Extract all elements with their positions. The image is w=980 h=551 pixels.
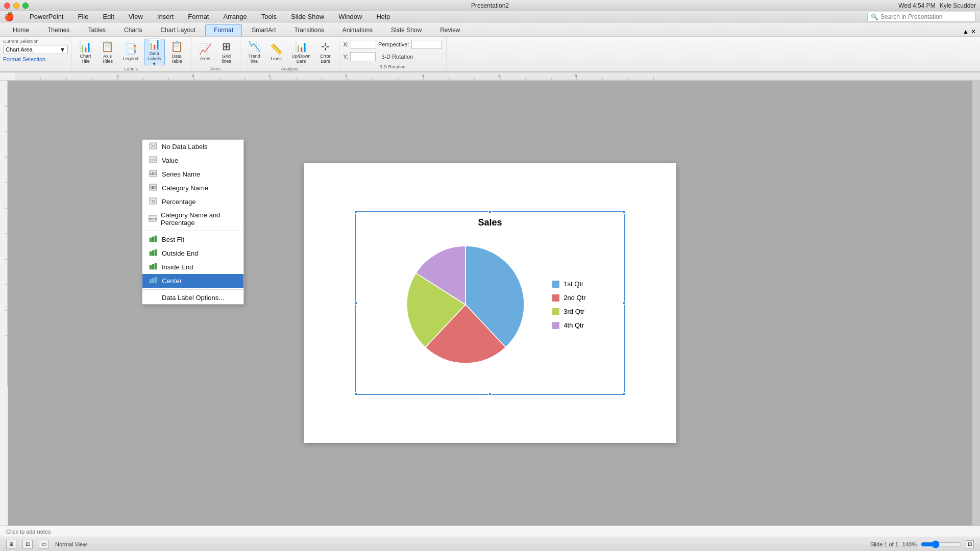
menu-format[interactable]: Format [185,12,212,21]
zoom-fit-button[interactable]: ⊡ [966,540,974,548]
trendline-icon: 📉 [248,40,261,53]
lines-label: Lines [271,56,282,61]
tab-transitions[interactable]: Transitions [285,24,332,36]
legend-color-2 [552,294,559,302]
tab-smartart[interactable]: SmartArt [243,24,284,36]
error-bars-icon: ⊹ [321,40,330,53]
handle-tl[interactable] [354,211,357,214]
slide-info-label: Slide 1 of 1 [870,541,898,547]
tab-chart-layout[interactable]: Chart Layout [152,24,204,36]
format-selection-button[interactable]: Format Selection [3,56,68,62]
legend-button[interactable]: 📑 Legend [119,39,142,65]
handle-ml[interactable] [354,302,357,305]
tab-home[interactable]: Home [4,24,38,36]
maximize-button[interactable] [22,3,29,9]
updown-bars-button[interactable]: 📊 Up/DownBars [288,39,314,65]
3d-rotation-label: 3-D Rotation [381,54,413,60]
menu-edit[interactable]: Edit [100,12,117,21]
slide[interactable]: Sales [304,163,676,443]
dropdown-percentage[interactable]: % Percentage [142,195,243,209]
legend-item-3: 3rd Qtr [552,308,585,315]
axes-section: 📈 Axes ⊞ Gridlines Axes [191,37,240,71]
legend-label-1: 1st Qtr [564,280,583,288]
slide-sorter-button[interactable]: ⊡ [22,540,33,549]
search-box[interactable]: 🔍 [867,12,976,22]
data-table-button[interactable]: 📋 DataTable [167,39,187,65]
tab-charts[interactable]: Charts [115,24,151,36]
axes-label: Axes [200,56,210,61]
perspective-input[interactable] [411,40,442,49]
handle-tc[interactable] [488,211,492,214]
status-bar: ⊞ ⊡ ▭ Normal View Slide 1 of 1 140% ⊡ [0,537,980,551]
dropdown-no-data-labels[interactable]: No Data Labels [142,140,243,154]
trendline-button[interactable]: 📉 Trendline [244,39,264,65]
menu-help[interactable]: Help [373,12,393,21]
axes-button[interactable]: 📈 Axes [195,39,215,65]
handle-br[interactable] [623,392,626,395]
dropdown-inside-end[interactable]: Inside End [142,260,243,274]
chart-legend: 1st Qtr 2nd Qtr 3rd Qtr 4th Qtr [552,280,585,329]
ribbon-expand-icon[interactable]: ✕ [971,28,976,35]
dropdown-outside-end[interactable]: Outside End [142,246,243,260]
dropdown-category-and-percentage[interactable]: ABC% Category Name and Percentage [142,209,243,229]
chart-title-button[interactable]: 📊 ChartTitle [76,39,95,65]
search-input[interactable] [880,13,972,20]
dropdown-value[interactable]: 123 Value [142,154,243,167]
axis-titles-button[interactable]: 📋 AxisTitles [97,39,117,65]
menu-file[interactable]: File [75,12,91,21]
gridlines-label: Gridlines [222,54,231,64]
updown-label: Up/DownBars [292,54,311,64]
dropdown-series-name[interactable]: ABC Series Name [142,167,243,181]
legend-color-4 [552,322,559,329]
tab-slideshow[interactable]: Slide Show [382,24,430,36]
title-bar-right: Wed 4:54 PM Kyle Scudder [898,2,976,9]
normal-view-button[interactable]: ⊞ [6,540,16,549]
handle-tr[interactable] [623,211,626,214]
tab-animations[interactable]: Animations [334,24,381,36]
labels-section: 📊 ChartTitle 📋 AxisTitles 📑 Legend 📊 Dat… [71,37,191,71]
menu-insert[interactable]: Insert [154,12,177,21]
dropdown-center[interactable]: Center [142,274,243,288]
series-name-label: Series Name [162,170,200,178]
x-input[interactable] [351,40,376,49]
menu-tools[interactable]: Tools [258,12,280,21]
center-label: Center [162,277,182,285]
close-button[interactable] [4,3,10,9]
dropdown-data-label-options[interactable]: Data Label Options... [142,291,243,304]
dropdown-best-fit[interactable]: Best Fit [142,233,243,246]
handle-mr[interactable] [623,302,626,305]
tab-themes[interactable]: Themes [39,24,78,36]
apple-menu[interactable]: 🍎 [4,12,14,21]
gridlines-button[interactable]: ⊞ Gridlines [217,39,236,65]
pie-chart-svg [394,233,537,376]
minimize-button[interactable] [13,3,19,9]
tab-format[interactable]: Format [205,24,242,36]
vertical-scrollbar[interactable] [972,81,980,525]
menu-window[interactable]: Window [335,12,365,21]
dropdown-separator-1 [142,231,243,231]
current-selection-dropdown[interactable]: Chart Area ▼ [3,45,68,54]
menu-slideshow[interactable]: Slide Show [288,12,327,21]
ribbon-collapse-icon[interactable]: ▲ [963,28,969,35]
error-bars-button[interactable]: ⊹ ErrorBars [316,39,335,65]
y-input[interactable] [350,52,376,61]
menu-powerpoint[interactable]: PowerPoint [27,12,66,21]
y-label: Y: [344,54,349,60]
tab-review[interactable]: Review [431,24,469,36]
menu-arrange[interactable]: Arrange [220,12,250,21]
dropdown-category-name[interactable]: ABC Category Name [142,181,243,195]
menu-view[interactable]: View [126,12,146,21]
tab-tables[interactable]: Tables [79,24,114,36]
3d-rotation-button[interactable]: 3-D Rotation [378,51,416,63]
chart-frame[interactable]: Sales [355,211,625,395]
notes-bar[interactable]: Click to add notes [0,525,980,537]
category-name-icon: ABC [149,184,158,192]
handle-bc[interactable] [488,392,492,395]
zoom-slider[interactable] [921,541,962,547]
svg-text:-1: -1 [115,73,119,78]
trendline-label: Trendline [248,54,260,64]
handle-bl[interactable] [354,392,357,395]
data-labels-button[interactable]: 📊 DataLabels ▼ [144,39,165,65]
presenter-view-button[interactable]: ▭ [39,540,49,549]
lines-button[interactable]: 📏 Lines [266,39,286,65]
